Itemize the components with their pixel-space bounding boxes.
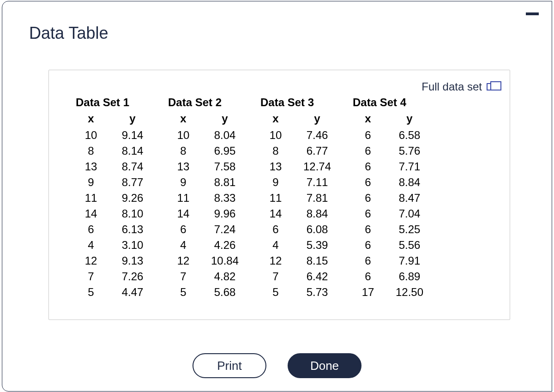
cell-y: 3.10 [107,237,158,253]
cell-y: 8.04 [199,127,250,143]
cell-y: 8.77 [107,175,158,190]
cell-y: 6.58 [384,127,435,143]
cell-x: 14 [259,206,292,222]
column-header-y: y [406,112,412,127]
dataset-columns: x666666666617y6.585.767.718.848.477.045.… [352,112,435,300]
cell-x: 11 [259,190,292,206]
column-header-y: y [222,112,228,127]
cell-y: 7.11 [292,175,343,190]
cell-x: 6 [352,222,384,237]
cell-y: 10.84 [199,253,250,269]
cell-y: 8.84 [292,206,343,222]
cell-y: 8.47 [384,190,435,206]
cell-y: 12.50 [384,284,435,300]
cell-x: 14 [75,206,107,222]
cell-x: 4 [167,237,199,253]
cell-x: 10 [167,127,199,143]
full-data-set-link[interactable]: Full data set [422,80,496,93]
cell-x: 10 [259,127,292,143]
column-y: y6.585.767.718.848.477.045.255.567.916.8… [384,112,435,300]
column-y: y9.148.148.748.779.268.106.133.109.137.2… [107,112,158,300]
cell-y: 5.76 [384,143,435,159]
dataset-columns: x1081391114641275y8.046.957.588.818.339.… [167,112,250,300]
cell-y: 9.14 [107,127,158,143]
cell-y: 4.26 [199,237,250,253]
cell-x: 6 [167,222,199,237]
cell-x: 6 [352,159,384,175]
cell-x: 5 [167,284,199,300]
column-y: y8.046.957.588.818.339.967.244.2610.844.… [199,112,250,300]
column-x: x1081391114641275 [167,112,199,300]
cell-x: 4 [75,237,107,253]
cell-y: 7.91 [384,253,435,269]
cell-y: 6.13 [107,222,158,237]
column-x: x1081391114641275 [259,112,292,300]
dataset-3: Data Set 3x1081391114641275y7.466.7712.7… [259,96,343,300]
minimize-icon[interactable] [526,12,539,15]
cell-y: 6.42 [292,269,343,284]
dataset-1: Data Set 1x1081391114641275y9.148.148.74… [75,96,158,300]
cell-x: 8 [167,143,199,159]
cell-y: 7.71 [384,159,435,175]
cell-x: 6 [352,237,384,253]
cell-x: 12 [75,253,107,269]
cell-x: 6 [352,175,384,190]
cell-x: 6 [259,222,292,237]
cell-x: 9 [167,175,199,190]
cell-x: 6 [352,269,384,284]
dataset-title: Data Set 1 [75,96,158,109]
cell-y: 6.95 [199,143,250,159]
datasets-container: Data Set 1x1081391114641275y9.148.148.74… [75,96,435,300]
modal-title: Data Table [29,24,108,43]
column-header-x: x [365,112,371,127]
cell-x: 6 [352,127,384,143]
cell-y: 8.14 [107,143,158,159]
done-button[interactable]: Done [288,353,361,378]
cell-x: 8 [259,143,292,159]
data-table-modal: Data Table Full data set Data Set 1x1081… [2,1,552,392]
cell-x: 13 [259,159,292,175]
cell-y: 12.74 [292,159,343,175]
cell-y: 8.81 [199,175,250,190]
dataset-title: Data Set 3 [259,96,343,109]
cell-y: 9.13 [107,253,158,269]
column-header-y: y [314,112,320,127]
cell-y: 8.33 [199,190,250,206]
cell-x: 17 [352,284,384,300]
cell-y: 5.56 [384,237,435,253]
column-header-x: x [180,112,186,127]
cell-y: 7.04 [384,206,435,222]
cell-y: 8.84 [384,175,435,190]
cell-x: 5 [259,284,292,300]
cell-y: 8.74 [107,159,158,175]
cell-y: 9.26 [107,190,158,206]
cell-y: 7.81 [292,190,343,206]
cell-x: 7 [167,269,199,284]
cell-x: 7 [75,269,107,284]
column-x: x1081391114641275 [75,112,107,300]
full-data-set-label: Full data set [422,80,482,93]
cell-y: 4.47 [107,284,158,300]
cell-y: 6.08 [292,222,343,237]
cell-y: 7.46 [292,127,343,143]
cell-x: 11 [167,190,199,206]
dataset-title: Data Set 4 [352,96,435,109]
cell-y: 4.82 [199,269,250,284]
cell-x: 13 [75,159,107,175]
cell-y: 6.89 [384,269,435,284]
print-button[interactable]: Print [193,353,266,378]
cell-x: 6 [352,206,384,222]
cell-y: 5.25 [384,222,435,237]
cell-x: 6 [352,253,384,269]
cell-x: 12 [167,253,199,269]
table-card: Full data set Data Set 1x108139111464127… [48,70,510,320]
cell-x: 11 [75,190,107,206]
cell-x: 14 [167,206,199,222]
cell-y: 6.77 [292,143,343,159]
cell-y: 8.15 [292,253,343,269]
button-row: Print Done [2,353,552,378]
cell-y: 5.73 [292,284,343,300]
column-header-x: x [88,112,94,127]
cell-x: 7 [259,269,292,284]
column-x: x666666666617 [352,112,384,300]
